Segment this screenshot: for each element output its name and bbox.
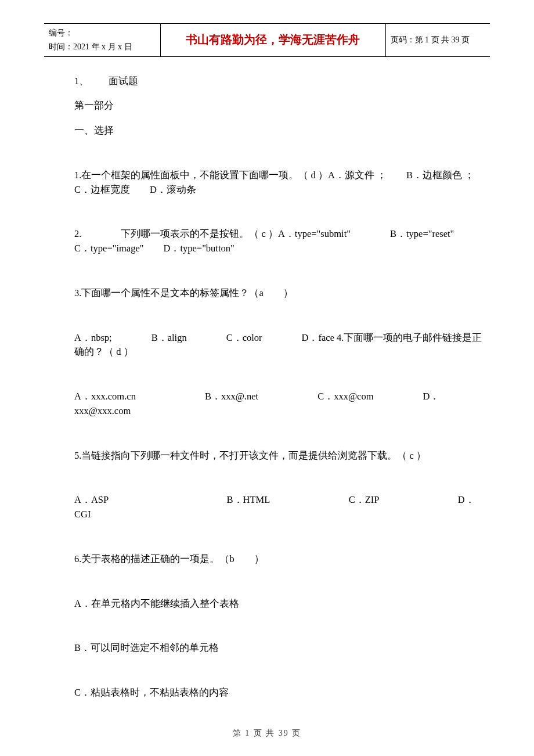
question-6-option-c: C．粘贴表格时，不粘贴表格的内容 xyxy=(74,686,488,700)
document-page: 编号： 时间：2021 年 x 月 x 日 书山有路勤为径，学海无涯苦作舟 页码… xyxy=(0,0,534,700)
question-6-option-b: B．可以同时选定不相邻的单元格 xyxy=(74,641,488,656)
header-left: 编号： 时间：2021 年 x 月 x 日 xyxy=(44,24,160,57)
question-4-options: A．xxx.com.cn B．xxx@.net C．xxx@com D．xxx@… xyxy=(74,390,488,419)
header-motto: 书山有路勤为径，学海无涯苦作舟 xyxy=(160,24,385,57)
question-5: 5.当链接指向下列哪一种文件时，不打开该文件，而是提供给浏览器下载。（ c ） xyxy=(74,449,488,463)
doc-title: 1、 面试题 xyxy=(74,74,488,89)
page-footer: 第 1 页 共 39 页 xyxy=(0,728,534,739)
doc-id: 编号： xyxy=(49,26,156,40)
question-3-options: A．nbsp; B．align C．color D．face 4.下面哪一项的电… xyxy=(74,331,488,360)
question-5-options: A．ASP B．HTML C．ZIP D．CGI xyxy=(74,493,488,522)
question-6: 6.关于表格的描述正确的一项是。（b ） xyxy=(74,552,488,567)
doc-date: 时间：2021 年 x 月 x 日 xyxy=(49,40,156,54)
question-6-option-a: A．在单元格内不能继续插入整个表格 xyxy=(74,597,488,611)
header-table: 编号： 时间：2021 年 x 月 x 日 书山有路勤为径，学海无涯苦作舟 页码… xyxy=(44,23,490,57)
question-2: 2. 下列哪一项表示的不是按钮。（ c ）A．type="submit" B．t… xyxy=(74,227,488,256)
document-body: 1、 面试题 第一部分 一、选择 1.在一个框架的属性面板中，不能设置下面哪一项… xyxy=(44,74,490,700)
header-page: 页码：第 1 页 共 39 页 xyxy=(385,24,490,57)
part-label: 第一部分 xyxy=(74,99,488,113)
question-3: 3.下面哪一个属性不是文本的标签属性？（a ） xyxy=(74,286,488,301)
question-1: 1.在一个框架的属性面板中，不能设置下面哪一项。（ d ）A．源文件 ； B．边… xyxy=(74,168,488,197)
section-label: 一、选择 xyxy=(74,124,488,138)
